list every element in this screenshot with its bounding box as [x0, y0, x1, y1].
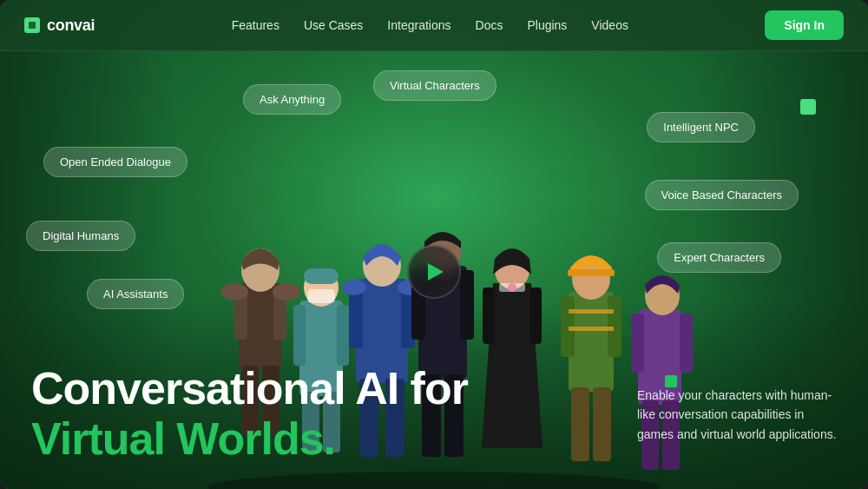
svg-point-8 [273, 283, 300, 301]
logo[interactable]: convai [24, 17, 95, 35]
hero-section: Ask Anything Virtual Characters Intellig… [0, 51, 868, 489]
svg-rect-11 [337, 305, 349, 366]
page-wrapper: convai Features Use Cases Integrations D… [0, 0, 868, 489]
svg-rect-44 [569, 327, 614, 331]
svg-rect-36 [569, 292, 614, 392]
svg-rect-10 [293, 305, 306, 366]
tag-digital-humans: Digital Humans [26, 221, 135, 251]
play-button[interactable] [407, 245, 461, 299]
play-icon [428, 263, 444, 281]
tag-open-ended-dialogue: Open Ended Dialogue [43, 147, 187, 177]
svg-point-23 [342, 280, 366, 295]
tag-ai-assistants: AI Assistants [87, 279, 184, 309]
nav-plugins[interactable]: Plugins [527, 18, 567, 32]
svg-rect-32 [529, 287, 542, 344]
svg-point-0 [208, 472, 660, 489]
navbar: convai Features Use Cases Integrations D… [0, 0, 868, 51]
nav-links: Features Use Cases Integrations Docs Plu… [232, 18, 628, 32]
accent-square-top-right [800, 99, 816, 115]
tag-virtual-characters: Virtual Characters [373, 70, 496, 101]
tag-ask-anything: Ask Anything [243, 84, 341, 115]
svg-rect-46 [631, 314, 644, 373]
tag-intelligent-npc: Intelligent NPC [647, 112, 755, 142]
svg-rect-39 [571, 387, 589, 461]
nav-videos[interactable]: Videos [591, 18, 628, 32]
hero-title-line1: Conversational AI for [31, 364, 468, 413]
nav-integrations[interactable]: Integrations [387, 18, 450, 32]
logo-icon [24, 17, 40, 33]
svg-rect-40 [593, 387, 611, 461]
hero-description: Enable your characters with human-like c… [637, 386, 837, 444]
svg-rect-43 [569, 309, 614, 314]
svg-rect-31 [483, 287, 495, 344]
svg-rect-27 [460, 270, 474, 340]
nav-docs[interactable]: Docs [476, 18, 503, 32]
hero-title-line2: Virtual Worlds. [31, 413, 468, 466]
hero-text: Conversational AI for Virtual Worlds. [31, 364, 468, 466]
nav-features[interactable]: Features [232, 18, 279, 32]
svg-rect-15 [304, 268, 339, 284]
svg-rect-42 [568, 269, 615, 276]
svg-rect-35 [499, 283, 525, 292]
svg-rect-47 [680, 314, 693, 373]
svg-rect-16 [307, 289, 335, 303]
tag-voice-based-characters: Voice Based Characters [645, 180, 799, 210]
tag-expert-characters: Expert Characters [657, 242, 781, 273]
nav-use-cases[interactable]: Use Cases [304, 18, 363, 32]
sign-in-button[interactable]: Sign In [765, 10, 844, 40]
logo-text: convai [47, 17, 95, 35]
svg-point-7 [220, 283, 248, 301]
play-button-wrapper[interactable] [407, 245, 461, 299]
